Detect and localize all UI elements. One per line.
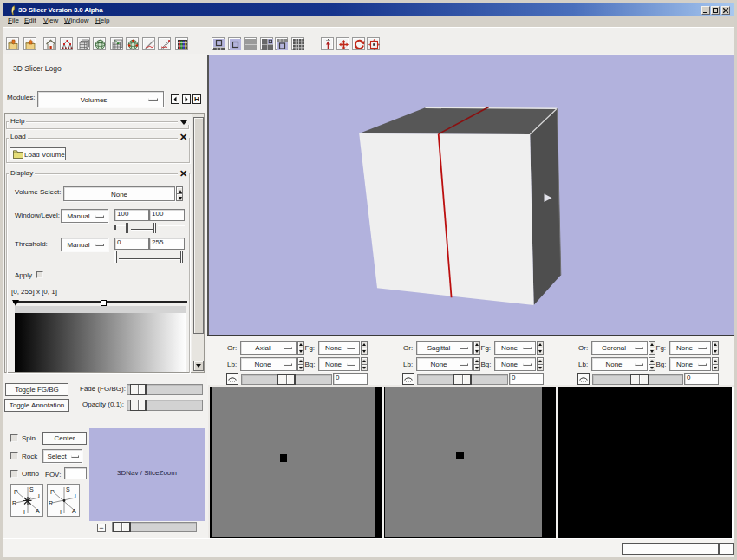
svg-text:S: S <box>66 486 70 492</box>
svg-text:A: A <box>36 508 40 514</box>
svg-text:S: S <box>29 486 34 492</box>
svg-text:I: I <box>60 509 62 515</box>
svg-text:P: P <box>14 489 18 495</box>
svg-text:P: P <box>50 489 55 495</box>
svg-text:L: L <box>38 493 42 499</box>
svg-text:L: L <box>75 493 78 499</box>
svg-text:A: A <box>72 508 76 514</box>
svg-text:R: R <box>49 500 53 506</box>
svg-text:R: R <box>12 500 16 506</box>
svg-text:I: I <box>23 509 25 515</box>
